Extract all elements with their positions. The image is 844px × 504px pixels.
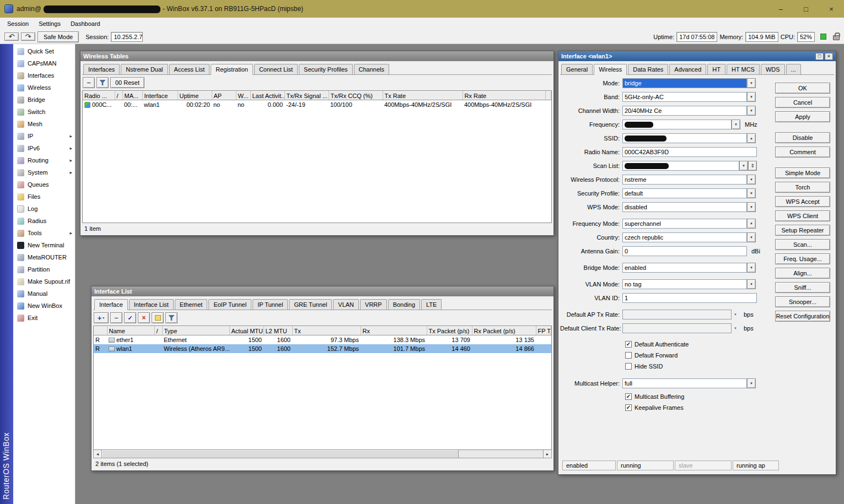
country-dropdown-button[interactable]: ▼ — [747, 232, 756, 242]
column-radio-name[interactable]: Radio ... — [83, 91, 115, 100]
multicast-helper-combo[interactable]: full — [622, 378, 747, 388]
wps-client-button[interactable]: WPS Client — [775, 210, 830, 221]
column-interface[interactable]: Interface — [142, 91, 178, 100]
column-ap[interactable]: AP — [212, 91, 236, 100]
tab-data-rates[interactable]: Data Rates — [628, 64, 668, 74]
interface-row-wlan1[interactable]: R wlan1 Wireless (Atheros AR9... 1500 16… — [94, 344, 551, 353]
interface-list-titlebar[interactable]: Interface List — [92, 286, 553, 296]
menu-session[interactable]: Session — [2, 19, 34, 29]
band-dropdown-button[interactable]: ▼ — [747, 92, 756, 102]
tab-access-list[interactable]: Access List — [169, 64, 210, 74]
tab-ht[interactable]: HT — [707, 64, 725, 74]
scan-list-dropdown-button[interactable]: ▼ — [739, 161, 748, 171]
default-ap-tx-rate-input[interactable] — [622, 310, 732, 319]
menu-dashboard[interactable]: Dashboard — [66, 19, 105, 29]
column-tx-rate[interactable]: Tx Rate — [383, 91, 463, 100]
tab-interface[interactable]: Interface — [94, 299, 128, 310]
disable-button[interactable]: Disable — [775, 132, 830, 143]
tab-advanced[interactable]: Advanced — [669, 64, 706, 74]
ok-button[interactable]: OK — [775, 83, 830, 94]
column-uptime[interactable]: Uptime — [178, 91, 212, 100]
sidebar-item-system[interactable]: System▸ — [13, 166, 75, 178]
sidebar-item-ipv6[interactable]: IPv6▸ — [13, 142, 75, 154]
simple-mode-button[interactable]: Simple Mode — [775, 167, 830, 178]
wps-accept-button[interactable]: WPS Accept — [775, 196, 830, 207]
column-type[interactable]: Type — [162, 327, 229, 335]
column-signal[interactable]: Tx/Rx Signal ... — [284, 91, 329, 100]
tab-interfaces[interactable]: Interfaces — [83, 64, 120, 74]
sidebar-item-quick-set[interactable]: Quick Set — [13, 45, 75, 57]
dialog-restore-button[interactable]: □ — [815, 53, 824, 60]
column-sort-indicator[interactable]: / — [115, 91, 122, 100]
scan-list-combo[interactable] — [622, 161, 739, 171]
tab-ht-mcs[interactable]: HT MCS — [727, 64, 760, 74]
horizontal-scrollbar[interactable]: ◄ ► — [93, 450, 552, 458]
channel-width-combo[interactable]: 20/40MHz Ce — [622, 106, 747, 116]
scan-button[interactable]: Scan... — [775, 239, 830, 250]
scan-list-updown-button[interactable]: ⇕ — [748, 161, 757, 171]
wireless-tables-titlebar[interactable]: Wireless Tables — [80, 51, 553, 61]
sidebar-item-manual[interactable]: Manual — [13, 288, 75, 300]
sidebar-item-wireless[interactable]: Wireless — [13, 82, 75, 94]
enable-button[interactable]: ✓ — [124, 312, 136, 323]
remove-entry-button[interactable]: − — [83, 77, 95, 88]
scrollbar-thumb[interactable] — [102, 450, 459, 458]
tab-more[interactable]: ... — [786, 64, 801, 74]
reset-configuration-button[interactable]: Reset Configuration — [775, 311, 830, 322]
maximize-button[interactable]: □ — [793, 0, 819, 18]
filter-button[interactable] — [96, 77, 109, 88]
snooper-button[interactable]: Snooper... — [775, 296, 830, 307]
sidebar-item-log[interactable]: Log — [13, 203, 75, 215]
comment-button[interactable] — [152, 312, 164, 323]
comment-button[interactable]: Comment — [775, 147, 830, 158]
vlan-mode-dropdown-button[interactable]: ▼ — [747, 279, 756, 289]
sidebar-item-switch[interactable]: Switch — [13, 106, 75, 118]
wireless-protocol-dropdown-button[interactable]: ▼ — [747, 175, 756, 185]
sidebar-item-queues[interactable]: Queues — [13, 178, 75, 191]
security-profile-dropdown-button[interactable]: ▼ — [747, 188, 756, 198]
redo-button[interactable]: ↷ — [21, 32, 35, 41]
scrollbar-track[interactable] — [459, 450, 543, 458]
tab-gre-tunnel[interactable]: GRE Tunnel — [289, 299, 332, 310]
default-forward-checkbox[interactable] — [625, 352, 632, 359]
wps-mode-combo[interactable]: disabled — [622, 202, 747, 212]
sidebar-item-new-terminal[interactable]: New Terminal — [13, 239, 75, 251]
freq-usage-button[interactable]: Freq. Usage... — [775, 253, 830, 264]
minimize-button[interactable]: – — [768, 0, 793, 18]
column-ccq[interactable]: Tx/Rx CCQ (%) — [329, 91, 383, 100]
tab-eoip-tunnel[interactable]: EoIP Tunnel — [208, 299, 251, 310]
mode-combo[interactable]: bridge — [622, 78, 747, 88]
column-last-activity[interactable]: Last Activit... — [250, 91, 284, 100]
tab-ip-tunnel[interactable]: IP Tunnel — [252, 299, 288, 310]
radio-name-input[interactable]: 000C42AB3F9D — [622, 147, 757, 157]
ssid-collapse-button[interactable]: ▲ — [747, 133, 756, 143]
tab-security-profiles[interactable]: Security Profiles — [299, 64, 352, 74]
tab-wds[interactable]: WDS — [761, 64, 785, 74]
sniff-button[interactable]: Sniff... — [775, 282, 830, 293]
sidebar-item-metarouter[interactable]: MetaROUTER — [13, 251, 75, 263]
column-actual-mtu[interactable]: Actual MTU — [229, 327, 264, 335]
country-combo[interactable]: czech republic — [622, 232, 747, 242]
sidebar-item-interfaces[interactable]: Interfaces — [13, 69, 75, 82]
reset-counters-button[interactable]: 00 Reset — [110, 77, 144, 88]
tab-nstreme-dual[interactable]: Nstreme Dual — [121, 64, 168, 74]
sidebar-item-exit[interactable]: Exit — [13, 312, 75, 324]
multicast-buffering-checkbox[interactable]: ✓ — [625, 393, 632, 400]
wireless-protocol-combo[interactable]: nstreme — [622, 175, 747, 185]
torch-button[interactable]: Torch — [775, 182, 830, 193]
session-input[interactable]: 10.255.2.7 — [111, 32, 143, 42]
sidebar-item-make-supout[interactable]: Make Supout.rif — [13, 275, 75, 288]
column-wds[interactable]: W... — [236, 91, 250, 100]
sidebar-item-radius[interactable]: Radius — [13, 215, 75, 227]
frequency-mode-dropdown-button[interactable]: ▼ — [747, 219, 756, 229]
hide-ssid-checkbox[interactable] — [625, 363, 632, 370]
add-button[interactable]: +▼ — [94, 312, 109, 323]
column-rx-packet[interactable]: Rx Packet (p/s) — [472, 327, 536, 335]
align-button[interactable]: Align... — [775, 268, 830, 279]
tab-channels[interactable]: Channels — [354, 64, 389, 74]
band-combo[interactable]: 5GHz-only-AC — [622, 92, 747, 102]
remove-button[interactable]: − — [110, 312, 122, 323]
column-l2-mtu[interactable]: L2 MTU — [264, 327, 292, 335]
channel-width-dropdown-button[interactable]: ▼ — [747, 106, 756, 116]
tab-registration[interactable]: Registration — [211, 64, 253, 75]
